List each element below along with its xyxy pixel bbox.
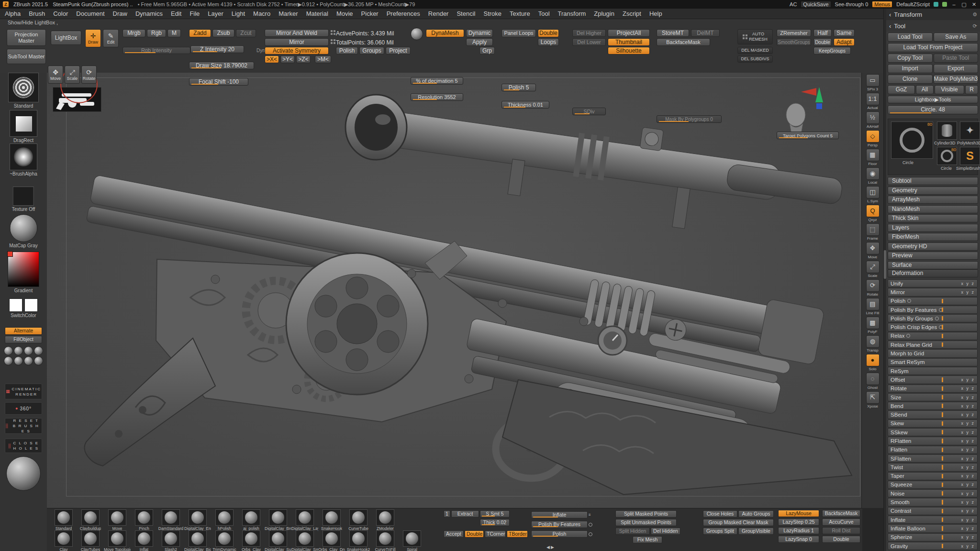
axis-toggles[interactable]: x y z — [961, 430, 975, 435]
axis-toggles[interactable]: x y z — [961, 491, 975, 496]
zscript-label[interactable]: DefaultZScript — [896, 1, 930, 7]
current-texture-well[interactable]: Texture Off — [12, 187, 35, 212]
right-shelf-toggle[interactable]: ⬚ Frame — [863, 223, 882, 241]
brush-slot[interactable]: CurveTube — [345, 509, 371, 531]
mirror-button[interactable]: Mirror — [265, 38, 329, 46]
m-button[interactable]: M — [167, 29, 181, 37]
maximize-button[interactable]: ▢ — [961, 1, 967, 8]
groups-split-button[interactable]: Groups Split — [703, 528, 737, 535]
viewport[interactable] — [47, 73, 861, 508]
menu-item[interactable]: Preferences — [387, 10, 420, 17]
brush-slot[interactable]: ZModeler — [372, 509, 398, 531]
thumbnail-button[interactable]: Thumbnail — [608, 38, 650, 46]
same-button[interactable]: Same — [834, 29, 855, 37]
fill-object-button[interactable]: FillObject — [5, 336, 42, 343]
brush-thumbnail[interactable] — [269, 530, 287, 547]
axis-toggles[interactable]: x y z — [961, 377, 975, 382]
mirror-axis-icon[interactable] — [331, 39, 335, 44]
axis-toggles[interactable]: x y z — [961, 439, 975, 443]
right-shelf-icon[interactable]: ◌ — [866, 373, 880, 385]
silhouette-button[interactable]: Silhouette — [608, 47, 650, 55]
mask-by-polygroups-slider[interactable]: Mask By Polygroups 0 — [657, 115, 722, 123]
right-shelf-icon[interactable]: ◍ — [866, 335, 880, 348]
right-shelf-icon[interactable]: ▩ — [866, 317, 880, 329]
right-shelf-icon[interactable]: ◉ — [866, 167, 880, 180]
brush-thumbnail[interactable] — [162, 530, 180, 547]
deformation-control[interactable]: Gravity x y z — [888, 542, 978, 550]
right-shelf-toggle[interactable]: ● Solo — [863, 354, 882, 371]
switch-color[interactable]: SwitchColor — [9, 298, 38, 318]
right-shelf-icon[interactable]: ⤢ — [866, 261, 880, 273]
axis-toggles[interactable]: x y z — [961, 412, 975, 417]
brush-thumbnail[interactable] — [403, 530, 421, 547]
tool-section-header[interactable]: Geometry — [888, 187, 978, 195]
dynamic-button[interactable]: Dynamic — [466, 29, 493, 37]
deformation-control[interactable]: Skew x y z — [888, 419, 978, 428]
axis-toggles[interactable]: x y z — [961, 526, 975, 531]
brush-slot[interactable]: DigitalClay_Subt — [265, 530, 291, 551]
stroke-thumbnail[interactable] — [10, 110, 37, 137]
menu-item[interactable]: Transform — [558, 10, 586, 17]
brush-thumbnail[interactable] — [189, 509, 207, 526]
thickness-slider[interactable]: Thickness 0.01 — [501, 101, 549, 109]
alt-mode-dot-icon[interactable] — [589, 523, 592, 527]
axis-toggles[interactable]: x y z — [961, 500, 975, 505]
deformation-control[interactable]: Twist x y z — [888, 463, 978, 471]
axis-toggles[interactable]: x y z — [961, 482, 975, 487]
polish-by-features-slider[interactable]: Polish By Features — [531, 521, 588, 528]
brush-thumbnail[interactable] — [323, 509, 341, 526]
zadd-button[interactable]: Zadd — [189, 29, 211, 37]
right-shelf-icon[interactable]: Q — [866, 205, 880, 217]
store-mt-button[interactable]: StoreMT — [657, 29, 689, 37]
split-unmasked-points-button[interactable]: Split Unmasked Points — [615, 519, 677, 526]
current-stroke-well[interactable]: DragRect — [10, 110, 37, 143]
axis-toggles[interactable]: x y z — [961, 456, 975, 461]
axis-toggles[interactable]: x y z — [961, 290, 975, 295]
brush-thumbnail[interactable] — [215, 530, 234, 547]
mirror-weld-axis-icon[interactable] — [331, 30, 335, 35]
subtool-master-button[interactable]: SubTool Master — [7, 49, 46, 64]
zcut-button[interactable]: Zcut — [236, 29, 256, 37]
deformation-section-header[interactable]: Deformation — [888, 269, 978, 277]
brush-slot[interactable]: DigitalClay_Engr — [185, 509, 211, 531]
sdiv-slider[interactable]: SDiv — [572, 108, 606, 115]
deformation-control[interactable]: Size x y z — [888, 393, 978, 401]
axis-toggles[interactable]: x y z — [961, 404, 975, 408]
right-shelf-icon[interactable]: ½ — [866, 111, 880, 124]
rotate-mode-button[interactable]: ⟳Rotate — [81, 66, 97, 84]
right-shelf-toggle[interactable]: ▦ Floor — [863, 149, 882, 166]
brush-thumbnail[interactable] — [55, 530, 73, 547]
right-shelf-toggle[interactable]: ✥ Move — [863, 242, 882, 259]
deformation-control[interactable]: Mirror x y z — [888, 288, 978, 296]
circle-small-thumbnail[interactable]: 80 — [937, 147, 957, 165]
lazy-control[interactable]: LazySnap 0 — [778, 536, 819, 543]
half-button[interactable]: Half — [813, 29, 832, 37]
right-shelf-toggle[interactable]: ▤ Line Fill — [863, 298, 882, 315]
axis-toggles[interactable]: x y z — [961, 395, 975, 400]
copy-tool-button[interactable]: Copy Tool — [888, 54, 933, 63]
menu-item[interactable]: Zplugin — [594, 10, 614, 17]
del-masked-button[interactable]: DEL MASKED — [737, 47, 773, 54]
tool-section-header[interactable]: NanoMesh — [888, 205, 978, 213]
menu-item[interactable]: Marker — [278, 10, 298, 17]
menu-item[interactable]: Draw — [113, 10, 127, 17]
deformation-control[interactable]: ReSym — [888, 367, 978, 375]
del-mt-button[interactable]: DelMT — [691, 29, 720, 37]
deformation-control[interactable]: Polish By Features — [888, 306, 978, 314]
menu-item[interactable]: Brush — [29, 10, 45, 17]
current-material-well[interactable]: MatCap Gray — [9, 214, 37, 248]
brush-thumbnail[interactable] — [81, 509, 100, 526]
deformation-control[interactable]: SBend x y z — [888, 410, 978, 419]
rgb-intensity-slider[interactable]: Rgb Intensity — [122, 47, 190, 54]
chevron-left-icon[interactable]: ‹ — [889, 22, 891, 30]
material-preset-sphere[interactable] — [24, 356, 33, 365]
adapt-button[interactable]: Adapt — [834, 38, 855, 46]
symmetry-x-button[interactable]: >X< — [265, 55, 279, 63]
menu-item[interactable]: Light — [232, 10, 245, 17]
target-polygons-slider[interactable]: Target Polygons Count 5 — [777, 132, 839, 139]
axis-toggles[interactable]: x y z — [961, 465, 975, 470]
brush-slot[interactable]: DigitalClay_BigKi — [185, 530, 211, 551]
right-shelf-icon[interactable]: ◇ — [866, 130, 880, 143]
close-button[interactable]: ✕ — [971, 1, 977, 8]
turntable-360-button[interactable]: ●360° — [5, 402, 42, 415]
